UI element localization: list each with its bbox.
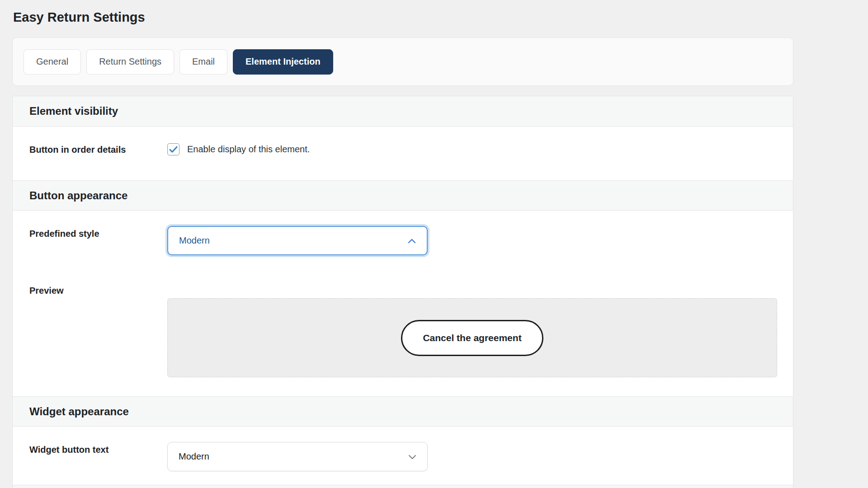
page-title: Easy Return Settings: [13, 10, 145, 25]
enable-display-field: Enable display of this element.: [167, 143, 310, 155]
enable-display-checkbox[interactable]: [167, 143, 179, 155]
check-icon: [169, 146, 178, 153]
row-label-button-in-order-details: Button in order details: [29, 145, 167, 155]
row-label-predefined-style: Predefined style: [29, 229, 167, 239]
row-button-in-order-details: Button in order details Enable display o…: [13, 127, 793, 180]
tab-email[interactable]: Email: [179, 49, 227, 75]
row-label-preview: Preview: [29, 286, 167, 296]
row-predefined-style: Predefined style Modern: [13, 211, 793, 267]
tab-element-injection[interactable]: Element Injection: [233, 49, 333, 75]
predefined-style-value: Modern: [179, 235, 210, 246]
widget-button-text-value: Modern: [179, 451, 209, 462]
section-header-button-appearance: Button appearance: [13, 180, 793, 211]
predefined-style-select[interactable]: Modern: [167, 226, 428, 255]
tab-bar: General Return Settings Email Element In…: [12, 38, 793, 86]
row-label-widget-button-text: Widget button text: [29, 445, 167, 455]
enable-display-label: Enable display of this element.: [187, 144, 310, 155]
section-header-widget-appearance: Widget appearance: [13, 396, 793, 427]
cancel-agreement-preview-button[interactable]: Cancel the agreement: [401, 320, 543, 356]
row-preview: Preview Cancel the agreement: [13, 267, 793, 396]
button-preview-area: Cancel the agreement: [167, 298, 777, 377]
chevron-up-icon: [408, 235, 416, 246]
chevron-down-icon: [408, 451, 416, 462]
tab-return-settings[interactable]: Return Settings: [86, 49, 174, 75]
section-header-element-visibility: Element visibility: [13, 96, 793, 127]
settings-card: Element visibility Button in order detai…: [12, 96, 793, 488]
tab-general[interactable]: General: [24, 49, 81, 75]
row-widget-button-text: Widget button text Modern: [13, 427, 793, 485]
widget-button-text-select[interactable]: Modern: [167, 442, 428, 471]
next-section-band: [13, 485, 793, 488]
